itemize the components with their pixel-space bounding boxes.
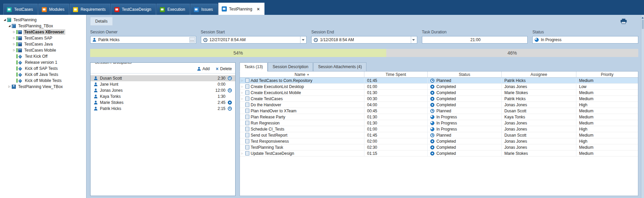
participant-row[interactable]: Marie Stokes 2:45: [91, 100, 235, 106]
add-participant-button[interactable]: Add: [197, 66, 210, 71]
table-row[interactable]: Create ExecutionList Mobile 01:30 Comple…: [240, 90, 638, 96]
participant-row[interactable]: Kaya Tonks 1:30: [91, 93, 235, 100]
session-start-input[interactable]: 12/27/2017 8:54 AM: [201, 36, 307, 44]
column-header-time-spent[interactable]: Time Spent: [364, 72, 428, 77]
row-expander-icon[interactable]: [241, 79, 244, 82]
tab-details[interactable]: Details: [90, 17, 113, 26]
row-expander-icon[interactable]: [241, 85, 244, 88]
table-row[interactable]: Do the Handover 04:00 Completed Jonas Jo…: [240, 102, 638, 108]
tree-item[interactable]: TestCases XBrowser: [0, 29, 86, 35]
task-status-label: Planned: [436, 78, 451, 83]
status-input[interactable]: In Progress: [532, 36, 638, 44]
tree-expander-icon[interactable]: [12, 37, 16, 39]
tasks-panel: Tasks (13) Session Description Session A…: [240, 62, 638, 196]
tree-expander-icon[interactable]: [7, 85, 11, 88]
column-header-name[interactable]: Name ▲: [240, 72, 364, 77]
session-start-value: 12/27/2017 8:54 AM: [210, 37, 298, 42]
date-dropdown-icon[interactable]: [300, 36, 306, 43]
column-header-assignee[interactable]: Assignee: [502, 72, 576, 77]
task-priority: High: [576, 138, 638, 144]
task-status-icon: [430, 151, 434, 155]
tree-item-label: TestCases Java: [23, 41, 54, 47]
tree-expander-icon[interactable]: [12, 31, 16, 33]
app-tab[interactable]: Modules ×: [38, 4, 69, 15]
scrollbar-thumb[interactable]: [642, 20, 644, 29]
app-tab[interactable]: TestCaseDesign ×: [111, 4, 156, 15]
delete-participant-button[interactable]: × Delete: [216, 66, 232, 71]
task-name: Test Responsiveness: [251, 139, 289, 144]
tree-item[interactable]: TestCases Java: [0, 41, 86, 47]
session-owner-input[interactable]: Patrik Hicks …: [90, 36, 196, 44]
app-tab[interactable]: Requirements ×: [70, 4, 110, 15]
tree-item-icon: [16, 73, 23, 77]
task-name: Create TestCases: [251, 96, 283, 101]
tree-item[interactable]: Release version 1: [0, 59, 86, 65]
session-end-input[interactable]: 1/12/2018 8:54 AM: [311, 36, 417, 44]
task-time-spent: 04:00: [364, 102, 428, 108]
participant-row[interactable]: Patrik Hicks 2:15: [91, 106, 235, 112]
tree-item[interactable]: Kick off Mobile Tests: [0, 78, 86, 84]
tree-item[interactable]: Kick off SAP Tests: [0, 65, 86, 72]
row-expander-icon[interactable]: [241, 152, 244, 154]
row-expander-icon[interactable]: [241, 91, 244, 94]
table-row[interactable]: Create ExecutionList Desktop 01:00 Compl…: [240, 84, 638, 90]
tree-expander-icon[interactable]: [12, 43, 16, 46]
table-row[interactable]: Run Regression 01:30 In Progress Jonas J…: [240, 120, 638, 126]
print-icon[interactable]: [620, 19, 627, 24]
tree-item[interactable]: TestCases Mobile: [0, 47, 86, 53]
person-icon: [94, 76, 98, 80]
app-tab[interactable]: Issues ×: [190, 4, 218, 15]
tree-item-icon: [16, 42, 22, 46]
task-assignee: Patrik Hicks: [502, 78, 576, 83]
row-expander-icon[interactable]: [241, 97, 244, 100]
table-row[interactable]: Schedule CI_Tests 01:00 In Progress Jona…: [240, 126, 638, 132]
tree-expander-icon[interactable]: [7, 25, 11, 27]
table-row[interactable]: Send out TestReport 01:45 Planned Dusan …: [240, 132, 638, 138]
tree-expander-icon[interactable]: [3, 19, 7, 21]
table-row[interactable]: Update TestCaseDesign 01:15 Completed Ma…: [240, 150, 638, 157]
task-time-spent: 01:15: [364, 150, 428, 156]
tree-item[interactable]: TestPlanning View_TBox: [0, 84, 86, 90]
tasks-tab[interactable]: Session Description: [268, 62, 313, 72]
tree-item-label: Kick off SAP Tests: [24, 66, 59, 71]
tree-item[interactable]: TestPlanning: [0, 17, 86, 23]
table-row[interactable]: Test Responsiveness 02:00 Completed Jona…: [240, 138, 638, 144]
app-tab[interactable]: TestCases ×: [3, 4, 38, 15]
tasks-tab[interactable]: Tasks (13): [240, 62, 267, 72]
owner-picker-button[interactable]: …: [189, 37, 195, 43]
table-row[interactable]: Add TestCases to Com.Repository 01:45 Pl…: [240, 78, 638, 84]
task-duration-value: 21:00: [424, 37, 527, 42]
table-row[interactable]: Plan Release Party 01:30 In Progress Kay…: [240, 114, 638, 120]
task-duration-input[interactable]: 21:00: [422, 36, 528, 44]
table-row[interactable]: Create TestCases 00:30 Completed Patrik …: [240, 96, 638, 102]
tree-item[interactable]: TestCases SAP: [0, 35, 86, 41]
task-name-cell: Create TestCases: [240, 96, 364, 102]
app-tab[interactable]: Execution ×: [156, 4, 190, 15]
vertical-scrollbar[interactable]: [641, 15, 644, 198]
tree-item[interactable]: Test Kick Off: [0, 53, 86, 59]
column-header-status[interactable]: Status: [428, 72, 502, 77]
participant-row[interactable]: Dusan Scott 2:30: [91, 75, 235, 81]
tree-expander-icon[interactable]: [12, 49, 16, 52]
task-priority: Medium: [576, 144, 638, 150]
task-status-icon: [430, 127, 434, 131]
app-tab[interactable]: TestPlanning ×: [218, 3, 264, 15]
testable-marker-icon: [16, 48, 17, 52]
date-dropdown-icon[interactable]: [411, 36, 416, 43]
table-row[interactable]: TestPlanning Task 02:30 Completed Jonas …: [240, 144, 638, 150]
tree-item[interactable]: TestPlanning_TBox: [0, 23, 86, 29]
tasks-tab[interactable]: Session Attachments (4): [313, 62, 366, 72]
tree-item-label: TestCases Mobile: [23, 48, 57, 53]
table-row[interactable]: Plan HandOver to XTeam 00:45 Planned Dus…: [240, 108, 638, 114]
column-header-priority[interactable]: Priority: [576, 72, 638, 77]
scroll-up-icon[interactable]: [642, 16, 644, 19]
tab-close-icon[interactable]: ×: [257, 7, 260, 11]
participant-row[interactable]: Jonas Jones 12:00: [91, 87, 235, 93]
participant-row[interactable]: Jane Hunt 0:00: [91, 81, 235, 87]
task-priority: Medium: [576, 114, 638, 120]
field-label: Session Start: [201, 30, 307, 34]
participant-time: 2:15: [213, 106, 225, 111]
task-name-cell: TestPlanning Task: [240, 144, 364, 150]
tree-item[interactable]: Kick off Java Tests: [0, 72, 86, 78]
content-area: TestPlanning TestPlanning_TBox TestCas: [0, 15, 644, 198]
